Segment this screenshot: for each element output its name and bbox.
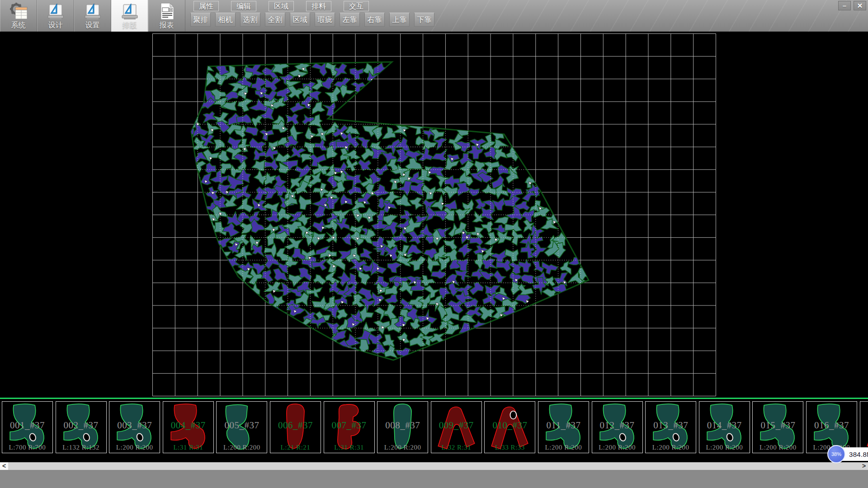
thumbnail-001_#37[interactable]: 001_#37L:700 R:700 [2,401,53,453]
tool-button-2[interactable]: 相机 [215,13,236,27]
system-gear-icon [9,1,28,21]
thumbnail-label: 015_#37 [753,420,803,431]
thumbnail-005_#37[interactable]: 005_#37L:200 R:200 [216,401,267,453]
thumbnail-label: 012_#37 [592,420,642,431]
horizontal-scrollbar[interactable]: < > [0,462,868,470]
thumbnail-015_#37[interactable]: 015_#37L:200 R:200 [752,401,803,453]
thumbnail-label: 004_#37 [163,420,213,431]
nesting-ruler-icon [120,1,140,21]
thumbnail-007_#37[interactable]: 007_#37L:31 R:31 [324,401,375,453]
thumbnail-010_#37[interactable]: 010_#37L:33 R:33 [484,401,535,453]
ribbon-button-1[interactable]: 系统 [0,0,37,32]
memory-value: 384.8M [849,450,868,458]
thumbnail-lr-count: L:200 R:200 [592,444,642,451]
toolbar-texture [429,0,868,32]
thumbnail-label: 002_#37 [56,420,106,431]
menu-tab-1[interactable]: 属性 [193,1,219,11]
ribbon-button-label: 系统 [11,21,26,29]
thumbnail-lr-count: L:200 R:200 [646,444,696,451]
menu-tab-2[interactable]: 编辑 [231,1,256,11]
thumbnail-lr-count: L:700 R:700 [2,444,52,451]
thumbnail-lr-count: L:132 R:132 [56,444,106,451]
thumbnail-lr-count: L:31 R:31 [163,444,213,451]
ribbon-button-label: 设计 [48,21,63,29]
progress-circle: 38% [827,445,845,463]
thumbnail-label: 008_#37 [377,420,428,431]
tool-button-3[interactable]: 选割 [240,13,260,27]
progress-percent: 38% [831,451,841,457]
thumbnail-008_#37[interactable]: 008_#37L:200 R:200 [377,401,428,453]
thumbnail-lr-count: L:21 R:21 [270,444,321,451]
thumbnail-label: 009_#37 [431,420,481,431]
menu-tab-3[interactable]: 区域 [269,1,294,11]
ribbon-button-3[interactable]: 设置 [74,0,111,32]
thumbnail-016_#37[interactable]: 016_#37L:200 R:200 [806,401,857,453]
thumbnail-006_#37[interactable]: 006_#37L:21 R:21 [270,401,321,453]
thumbnail-label: 006_#37 [270,420,321,431]
design-ruler-icon [46,1,66,21]
thumbnail-label: 001_#37 [2,420,52,431]
thumbnail-lr-count: L:200 R:200 [753,444,803,451]
report-page-icon [157,1,177,21]
thumbnail-013_#37[interactable]: 013_#37L:200 R:200 [645,401,696,453]
menu-tab-row: 属性编辑区域排料交互 [193,1,369,12]
bottom-status-band [0,470,868,488]
thumbnail-012_#37[interactable]: 012_#37L:200 R:200 [592,401,643,453]
menu-tab-4[interactable]: 排料 [306,1,331,11]
ribbon-button-label: 排版 [123,21,137,29]
ribbon-button-4[interactable]: 排版 [111,0,148,32]
ribbon-button-5[interactable]: 报表 [148,0,185,32]
tool-button-9[interactable]: 上靠 [389,13,410,27]
thumbnail-003_#37[interactable]: 003_#37L:200 R:200 [109,401,160,453]
thumbnail-label: 005_#37 [217,420,267,431]
thumbnail-label: 016_#37 [807,420,857,431]
thumbnail-label: 007_#37 [324,420,374,431]
thumbnail-009_#37[interactable]: 009_#37L:32 R:31 [431,401,482,453]
ribbon-button-label: 报表 [160,21,174,29]
menu-tab-5[interactable]: 交互 [344,1,369,11]
thumbnail-lr-count: L:32 R:31 [431,444,481,451]
tool-button-10[interactable]: 下靠 [414,13,434,27]
ribbon-button-2[interactable]: 设计 [37,0,74,32]
scroll-right-arrow-icon[interactable]: > [860,462,868,470]
thumbnail-017_#37[interactable]: 017_#37L:33 R:33 [860,401,868,453]
thumbnail-label: 010_#37 [485,420,535,431]
thumbnail-011_#37[interactable]: 011_#37L:200 R:200 [538,401,589,453]
nesting-canvas[interactable] [0,32,868,398]
thumbnail-lr-count: L:200 R:200 [538,444,589,451]
scroll-left-arrow-icon[interactable]: < [0,462,8,470]
tool-button-1[interactable]: 聚排 [190,13,211,27]
tool-button-row: 聚排相机选割全割区域瑕疵左靠右靠上靠下靠 [190,13,434,27]
thumbnail-lr-count: L:200 R:200 [377,444,428,451]
thumbnail-lr-count: L:200 R:200 [699,444,750,451]
thumbnail-label: 017_#37 [860,420,868,431]
main-toolbar: 系统设计设置排版报表 属性编辑区域排料交互 聚排相机选割全割区域瑕疵左靠右靠上靠… [0,0,868,32]
thumbnail-label: 013_#37 [646,420,696,431]
ribbon-button-label: 设置 [85,21,100,29]
thumbnail-lr-count: L:33 R:33 [485,444,535,451]
tool-button-7[interactable]: 左靠 [340,13,360,27]
thumbnail-lr-count: L:31 R:31 [324,444,374,451]
settings-ruler-icon [83,1,103,21]
close-button[interactable]: ✕ [854,1,866,10]
ribbon-big-buttons: 系统设计设置排版报表 [0,0,185,32]
thumbnail-label: 011_#37 [538,420,589,431]
tool-button-4[interactable]: 全割 [265,13,285,27]
thumbnail-014_#37[interactable]: 014_#37L:200 R:200 [699,401,750,453]
thumbnail-label: 014_#37 [699,420,750,431]
thumbnail-002_#37[interactable]: 002_#37L:132 R:132 [56,401,107,453]
thumbnail-label: 003_#37 [109,420,160,431]
tool-button-5[interactable]: 区域 [290,13,310,27]
tool-button-6[interactable]: 瑕疵 [315,13,335,27]
thumbnail-004_#37[interactable]: 004_#37L:31 R:31 [163,401,214,453]
piece-thumbnail-strip: 001_#37L:700 R:700002_#37L:132 R:132003_… [0,398,868,455]
thumbnail-lr-count: L:200 R:200 [109,444,160,451]
application-window: 系统设计设置排版报表 属性编辑区域排料交互 聚排相机选割全割区域瑕疵左靠右靠上靠… [0,0,868,488]
tool-button-8[interactable]: 右靠 [364,13,385,27]
minimize-button[interactable]: – [838,1,851,10]
thumbnail-lr-count: L:200 R:200 [217,444,267,451]
window-controls: – ✕ [838,1,866,10]
